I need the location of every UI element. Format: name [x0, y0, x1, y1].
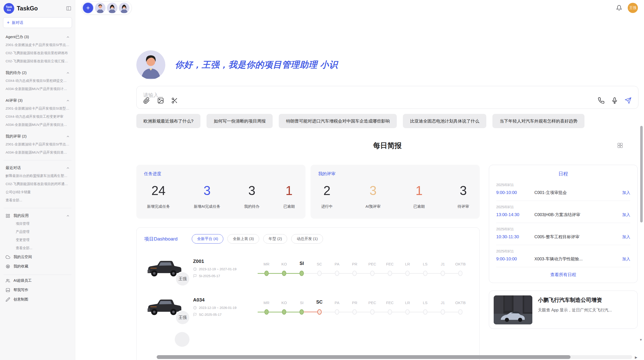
milestone-label: PEC — [368, 260, 376, 266]
sidebar-item-help-write[interactable]: 帮我写作 — [3, 285, 72, 295]
app-item[interactable]: 项目管理 — [3, 220, 72, 228]
dashboard-tab[interactable]: 动总开发 (1) — [291, 234, 323, 244]
chat-input[interactable] — [143, 92, 534, 102]
stat-value: 3 — [248, 183, 255, 198]
app-item[interactable]: 变更管理 — [3, 236, 72, 244]
image-upload-icon[interactable] — [157, 97, 164, 104]
stat-item: 24新增完成任务 — [147, 183, 170, 209]
sidebar-task-item[interactable]: Z001-全新燃油轻卡产品开发项目SI造型提交物评审 — [3, 104, 72, 113]
notification-bell-icon[interactable] — [616, 5, 622, 11]
sidebar-task-item[interactable]: A034-全新新能源MUV产品开发项目计划变更表编写 — [3, 85, 72, 93]
dashboard-tab[interactable]: 全新上装 (3) — [227, 234, 259, 244]
milestone-label: PA — [335, 299, 340, 305]
ai-super-staff-label: AI超级员工 — [13, 278, 32, 283]
avatar[interactable] — [119, 3, 129, 13]
milestone-label: SI — [300, 260, 304, 266]
recent-chat-item[interactable]: 公司Q3轻卡销量 — [3, 188, 72, 196]
suggestion-chip[interactable]: 特朗普可能对进口汽车增税会对中国车企造成哪些影响 — [279, 114, 397, 128]
milestone-dot — [423, 309, 427, 315]
stat-item: 3我的待办 — [244, 183, 259, 209]
view-all-schedule-link[interactable]: 查看所有日程 — [496, 267, 630, 280]
scissors-icon[interactable] — [171, 97, 178, 104]
sidebar-item-ai-super-staff[interactable]: AI超级员工 — [3, 276, 72, 285]
app-window: Task Go TaskGo + 新对话 Agent已办 (3)Z001-全新燃… — [0, 0, 644, 360]
content: 你好，王强，我是你的项目管理助理 小识 — [75, 14, 644, 360]
help-write-label: 帮我写作 — [13, 288, 28, 292]
milestone-label: FEC — [386, 260, 394, 266]
sidebar-section-header[interactable]: 我的评审 (2) — [3, 132, 72, 140]
dashboard-tab[interactable]: 全新平台 (4) — [192, 234, 224, 244]
sidebar-section-header[interactable]: 我的待办 (2) — [3, 69, 72, 77]
join-link[interactable]: 加入 — [619, 190, 630, 196]
sidebar-task-item[interactable]: C02-飞腾新能源轻客改款项目立项汇报方案 — [3, 57, 72, 65]
sidebar-task-item[interactable]: C0X4-动力总成开发项目SI里程碑提交物检查 — [3, 77, 72, 85]
topbar: + 王强 — [75, 0, 644, 14]
milestone-dot — [441, 309, 445, 315]
suggestion-chip[interactable]: 比亚迪全固态电池计划具体说了什么 — [403, 114, 486, 128]
join-link[interactable]: 加入 — [619, 257, 630, 262]
scroll-right-arrow-icon[interactable]: ▶ — [635, 355, 637, 359]
milestone-dot — [317, 271, 321, 276]
phone-call-icon[interactable] — [598, 97, 605, 104]
recent-chats-header[interactable]: 最近对话 — [3, 164, 72, 172]
milestone-label: J1 — [441, 260, 445, 266]
avatar[interactable] — [95, 3, 106, 13]
sidebar-task-item[interactable]: A034-全新新能源MUV产品开发项目法规符合性评审 — [3, 121, 72, 129]
milestone-label: LS — [423, 260, 427, 266]
add-conversation-button[interactable]: + — [82, 2, 94, 13]
recent-chat-item[interactable]: 解释最新出台的欧盟报废车法规再生塑料比例被调至15%... — [3, 172, 72, 180]
pen-icon — [6, 297, 10, 302]
horizontal-scrollbar[interactable] — [157, 355, 632, 359]
sidebar-task-item[interactable]: Z001-全新燃油轻卡产品开发项目SI节点属性5D文件评审 — [3, 140, 72, 148]
sidebar-task-item[interactable]: A034-全新新能源MUV产品开发项目造型可行性评审 — [3, 148, 72, 157]
stat-value: 3 — [203, 183, 211, 198]
project-row[interactable]: 王强A0342023-12-19 ~ 2026-01-19SC-2025-05-… — [144, 293, 472, 321]
schedule-event-title: C001-立项审批会 — [534, 190, 619, 196]
my-apps-header[interactable]: 我的应用 — [3, 212, 72, 220]
app-item[interactable]: 产品管理 — [3, 228, 72, 236]
sidebar-task-item[interactable]: C02-飞腾新能源轻客改款项目里程碑画布 — [3, 49, 72, 57]
sidebar-collapse-icon[interactable] — [66, 6, 71, 11]
stat-label: 待评审 — [458, 204, 469, 209]
milestone-label: SI — [300, 299, 303, 305]
recent-view-all[interactable]: 查看全部... — [3, 196, 72, 204]
microphone-icon[interactable] — [611, 97, 618, 104]
news-card[interactable]: 小鹏飞行汽车制造公司增资 天眼查 App 显示，近日广州汇天飞行汽... — [489, 291, 638, 329]
new-chat-button[interactable]: + 新对话 — [3, 17, 72, 28]
person-illustration — [107, 3, 118, 13]
milestone-dot — [317, 309, 321, 315]
schedule-time: 9:00-10:00 — [496, 257, 534, 262]
sidebar-item-favorites[interactable]: 我的收藏 — [3, 262, 72, 271]
vertical-scrollbar[interactable] — [640, 126, 643, 222]
project-row[interactable]: 王强Z0012023-12-19 ~ 2027-01-19SI-2025-05-… — [144, 254, 472, 282]
scroll-down-arrow-icon[interactable]: ▼ — [639, 338, 642, 342]
suggestion-chip[interactable]: 如何写一份清晰的项目周报 — [207, 114, 273, 128]
sidebar-item-creative-drawing[interactable]: 创意制图 — [3, 295, 72, 304]
news-thumbnail — [494, 295, 532, 324]
sidebar-item-cloud-space[interactable]: 我的云空间 — [3, 252, 72, 262]
milestone-dot — [300, 309, 304, 315]
join-link[interactable]: 加入 — [619, 234, 630, 240]
schedule-date: 2025/03/11 — [496, 227, 630, 231]
stat-value: 1 — [416, 183, 423, 198]
milestone-label: LR — [405, 260, 410, 266]
sidebar-section-header[interactable]: AI评审 (3) — [3, 97, 72, 104]
user-avatar[interactable]: 王强 — [628, 3, 638, 13]
sidebar-task-item[interactable]: C0X4-动力总成开发项目工程变更评审 — [3, 113, 72, 121]
dashboard-tab[interactable]: 年型 (2) — [263, 234, 287, 244]
sidebar-task-item[interactable]: Z001-全新燃油皮卡产品开发项目SI节点Lesson Learn报告 — [3, 41, 72, 49]
logo-line2: Go — [7, 8, 11, 11]
layout-grid-icon[interactable] — [617, 142, 623, 148]
suggestion-chip[interactable]: 欧洲新规最近颁布了什么? — [136, 114, 200, 128]
recent-chat-item[interactable]: C02-飞腾新能源轻客改款项目的闭环通告反馈情况 — [3, 180, 72, 188]
join-link[interactable]: 加入 — [619, 212, 630, 218]
chat-input-card — [136, 86, 638, 109]
suggestion-chip[interactable]: 当下年轻人对汽车外观有怎样的喜好趋势 — [492, 114, 584, 128]
stat-item: 3AI预评审 — [365, 183, 380, 209]
horizontal-scrollbar-thumb[interactable] — [157, 355, 570, 359]
sidebar-section-header[interactable]: Agent已办 (3) — [3, 33, 72, 41]
apps-view-all[interactable]: 查看全部... — [3, 244, 72, 252]
attachment-icon[interactable] — [143, 97, 150, 104]
send-icon[interactable] — [625, 97, 632, 104]
avatar[interactable] — [107, 3, 118, 13]
